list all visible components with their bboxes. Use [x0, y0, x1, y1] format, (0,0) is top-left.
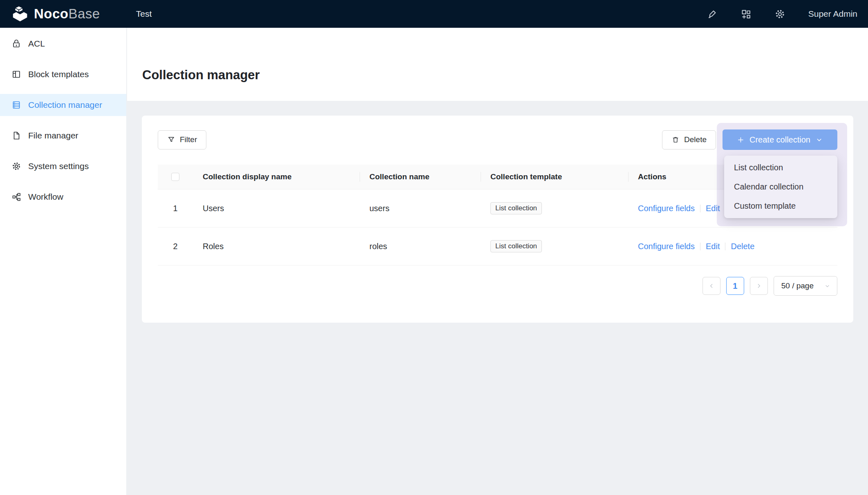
delete-button[interactable]: Delete — [662, 130, 716, 149]
filter-button[interactable]: Filter — [158, 130, 206, 149]
delete-link[interactable]: Delete — [731, 242, 754, 251]
row-index: 2 — [158, 242, 193, 251]
sidebar-item-label: Block templates — [28, 69, 89, 79]
action-divider — [725, 243, 725, 250]
sidebar: ACL Block templates Collection manager F… — [0, 28, 127, 495]
page-header: Collection manager Collections & Fields — [127, 28, 868, 101]
sidebar-item-system-settings[interactable]: System settings — [0, 155, 126, 177]
select-all-checkbox[interactable] — [171, 173, 179, 181]
chevron-right-icon — [756, 283, 762, 289]
edit-link[interactable]: Edit — [706, 242, 720, 251]
user-menu[interactable]: Super Admin — [808, 9, 857, 19]
plugin-blocks-icon[interactable] — [740, 9, 752, 20]
table-row: 2 Roles roles List collection Configure … — [158, 227, 837, 265]
page-title: Collection manager — [142, 68, 260, 82]
highlighter-icon[interactable] — [707, 9, 718, 20]
header-cell-template: Collection template — [481, 172, 628, 181]
collections-card: Filter Delete — [142, 116, 853, 323]
cell-template: List collection — [481, 202, 628, 214]
action-divider — [700, 205, 700, 212]
app-window: NocoBase Test Super Admin — [0, 0, 868, 495]
topbar-right: Super Admin — [707, 9, 857, 20]
sidebar-item-label: System settings — [28, 161, 89, 171]
cell-template: List collection — [481, 240, 628, 252]
pagination: 1 50 / page — [158, 276, 837, 296]
gear-icon — [11, 161, 21, 171]
cell-actions: Configure fields Edit Delete — [628, 242, 837, 251]
sidebar-item-label: Collection manager — [28, 100, 102, 110]
menu-item-custom-template[interactable]: Custom template — [724, 196, 837, 216]
sidebar-item-file-manager[interactable]: File manager — [0, 125, 126, 147]
logo-text: NocoBase — [34, 6, 100, 22]
sidebar-item-label: File manager — [28, 131, 78, 140]
sidebar-item-label: ACL — [28, 39, 45, 49]
prev-page-button[interactable] — [702, 277, 720, 295]
plus-icon — [737, 136, 745, 144]
cell-name: roles — [360, 242, 481, 251]
chevron-down-icon — [815, 136, 823, 144]
sidebar-item-collection-manager[interactable]: Collection manager — [0, 94, 126, 116]
table-toolbar: Filter Delete — [158, 129, 837, 150]
menu-item-list-collection[interactable]: List collection — [724, 158, 837, 177]
configure-fields-link[interactable]: Configure fields — [638, 242, 695, 251]
header-cell-select — [158, 173, 193, 181]
sidebar-item-block-templates[interactable]: Block templates — [0, 63, 126, 85]
create-collection-dropdown: List collection Calendar collection Cust… — [724, 156, 837, 218]
page-size-select[interactable]: 50 / page — [774, 276, 837, 296]
sidebar-item-acl[interactable]: ACL — [0, 33, 126, 55]
row-index: 1 — [158, 204, 193, 213]
create-collection-button[interactable]: Create collection — [723, 129, 837, 150]
cell-display-name: Roles — [193, 242, 360, 251]
topbar-tab-test[interactable]: Test — [136, 9, 152, 19]
database-icon — [11, 100, 21, 110]
file-icon — [11, 131, 21, 140]
sidebar-item-label: Workflow — [28, 192, 63, 202]
page-number-button[interactable]: 1 — [726, 277, 744, 295]
configure-fields-link[interactable]: Configure fields — [638, 204, 695, 213]
chevron-left-icon — [708, 283, 715, 289]
workflow-icon — [11, 192, 21, 202]
layout-icon — [11, 69, 21, 79]
header-cell-display-name: Collection display name — [193, 172, 360, 181]
sidebar-item-workflow[interactable]: Workflow — [0, 186, 126, 208]
cell-name: users — [360, 204, 481, 213]
filter-icon — [167, 136, 175, 144]
next-page-button[interactable] — [750, 277, 768, 295]
nocobase-logo[interactable]: NocoBase — [11, 5, 100, 22]
main-content: Collection manager Collections & Fields … — [127, 28, 868, 495]
header-cell-name: Collection name — [360, 172, 481, 181]
trash-icon — [671, 136, 680, 144]
topbar: NocoBase Test Super Admin — [0, 0, 868, 28]
gear-icon[interactable] — [774, 9, 785, 20]
cell-display-name: Users — [193, 204, 360, 213]
chevron-down-icon — [824, 283, 830, 289]
action-divider — [700, 243, 700, 250]
lock-icon — [11, 39, 21, 49]
edit-link[interactable]: Edit — [706, 204, 720, 213]
template-tag: List collection — [490, 240, 542, 252]
template-tag: List collection — [490, 202, 542, 214]
toolbar-right: Delete Create collection — [662, 129, 837, 150]
nocobase-logo-icon — [11, 5, 30, 22]
menu-item-calendar-collection[interactable]: Calendar collection — [724, 177, 837, 196]
